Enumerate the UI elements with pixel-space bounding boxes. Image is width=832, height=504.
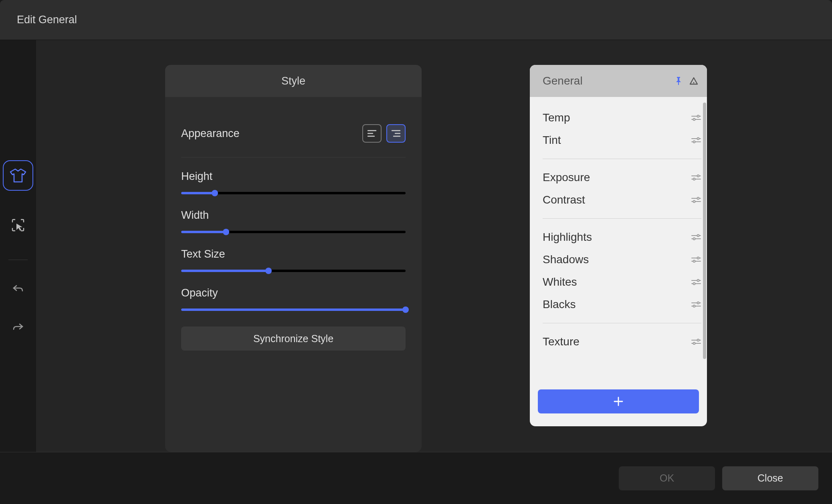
left-rail	[0, 40, 36, 452]
slider-track[interactable]	[181, 268, 406, 274]
adjustment-item-texture[interactable]: Texture	[543, 331, 701, 353]
slider-width: Width	[181, 209, 406, 235]
sliders-icon	[691, 114, 701, 121]
auto-button[interactable]	[689, 76, 698, 86]
modal-title: Edit General	[17, 14, 77, 26]
slider-thumb[interactable]	[212, 190, 218, 196]
svg-point-31	[693, 260, 695, 262]
slider-height: Height	[181, 170, 406, 196]
slider-label: Height	[181, 170, 406, 183]
svg-point-27	[693, 238, 695, 240]
content-area: Style Appearance	[36, 40, 832, 452]
undo-button[interactable]	[8, 279, 28, 298]
align-right-toggle[interactable]	[386, 124, 406, 143]
sliders-icon	[691, 234, 701, 241]
svg-point-29	[697, 257, 699, 259]
slider-track[interactable]	[181, 229, 406, 235]
sliders-icon	[691, 338, 701, 345]
titlebar: Edit General	[0, 0, 832, 40]
sliders-icon	[691, 137, 701, 144]
slider-track[interactable]	[181, 306, 406, 313]
style-panel-body: Appearance	[165, 97, 422, 367]
general-header: General	[530, 65, 707, 97]
adjustment-item-blacks[interactable]: Blacks	[543, 293, 701, 316]
modal: Edit General	[0, 0, 832, 504]
svg-point-21	[697, 198, 699, 200]
triangle-warn-icon	[689, 77, 698, 85]
adjustment-label: Texture	[543, 335, 580, 348]
align-left-icon	[367, 129, 377, 137]
svg-point-41	[697, 339, 699, 341]
svg-rect-6	[678, 82, 679, 85]
adjustment-item-exposure[interactable]: Exposure	[543, 166, 701, 189]
slider-thumb[interactable]	[223, 229, 229, 235]
slider-track[interactable]	[181, 190, 406, 196]
ok-button[interactable]: OK	[619, 466, 715, 490]
svg-point-17	[697, 175, 699, 177]
svg-point-15	[693, 141, 695, 143]
adjustment-group: ExposureContrast	[543, 159, 701, 219]
svg-point-35	[693, 283, 695, 285]
shirt-icon	[10, 168, 26, 183]
adjustment-group: TempTint	[543, 99, 701, 159]
sliders-icon	[691, 301, 701, 308]
adjustment-item-whites[interactable]: Whites	[543, 271, 701, 293]
adjustment-label: Whites	[543, 276, 577, 288]
adjustment-label: Tint	[543, 134, 561, 147]
appearance-toggles	[362, 124, 406, 143]
plus-icon	[613, 396, 624, 407]
style-tab-button[interactable]	[3, 160, 33, 191]
close-button[interactable]: Close	[722, 466, 818, 490]
pin-icon	[675, 77, 682, 85]
rail-divider	[8, 260, 28, 260]
svg-point-13	[697, 138, 699, 140]
adjustment-item-contrast[interactable]: Contrast	[543, 189, 701, 211]
adjustment-item-tint[interactable]: Tint	[543, 129, 701, 151]
sync-label: Synchronize Style	[253, 333, 333, 345]
sliders-icon	[691, 278, 701, 286]
slider-fill	[181, 270, 269, 272]
slider-label: Text Size	[181, 248, 406, 260]
add-adjustment-button[interactable]	[538, 389, 699, 413]
svg-point-11	[693, 119, 695, 121]
slider-fill	[181, 192, 215, 194]
svg-point-33	[697, 280, 699, 282]
general-header-icons	[674, 76, 698, 86]
svg-point-9	[697, 115, 699, 117]
slider-label: Opacity	[181, 287, 406, 299]
footer: OK Close	[0, 452, 832, 504]
style-panel: Style Appearance	[165, 65, 422, 452]
general-groups-container: TempTintExposureContrastHighlightsShadow…	[543, 99, 701, 360]
align-left-toggle[interactable]	[362, 124, 382, 143]
adjustment-item-temp[interactable]: Temp	[543, 107, 701, 129]
body: Style Appearance	[0, 40, 832, 452]
align-right-icon	[391, 129, 401, 137]
scrollbar[interactable]	[703, 103, 706, 359]
adjustment-item-highlights[interactable]: Highlights	[543, 226, 701, 248]
appearance-label: Appearance	[181, 127, 240, 140]
style-panel-header: Style	[165, 65, 422, 97]
selection-tab-button[interactable]	[3, 210, 33, 240]
adjustment-label: Exposure	[543, 171, 590, 184]
general-list[interactable]: TempTintExposureContrastHighlightsShadow…	[530, 97, 707, 385]
svg-point-23	[693, 201, 695, 203]
sliders-icon	[691, 256, 701, 263]
selection-cursor-icon	[11, 218, 25, 232]
svg-point-37	[697, 302, 699, 304]
svg-point-39	[693, 305, 695, 307]
adjustment-group: HighlightsShadowsWhitesBlacks	[543, 219, 701, 323]
appearance-row: Appearance	[181, 113, 406, 157]
pin-button[interactable]	[674, 76, 683, 86]
slider-thumb[interactable]	[402, 306, 409, 313]
general-header-title: General	[543, 75, 583, 87]
adjustment-item-shadows[interactable]: Shadows	[543, 248, 701, 271]
slider-thumb[interactable]	[265, 268, 272, 274]
redo-button[interactable]	[8, 318, 28, 337]
adjustment-label: Contrast	[543, 194, 585, 206]
undo-icon	[12, 284, 24, 294]
adjustment-label: Shadows	[543, 253, 589, 266]
slider-text-size: Text Size	[181, 248, 406, 274]
svg-point-19	[693, 178, 695, 180]
sliders-icon	[691, 196, 701, 204]
synchronize-style-button[interactable]: Synchronize Style	[181, 327, 406, 351]
